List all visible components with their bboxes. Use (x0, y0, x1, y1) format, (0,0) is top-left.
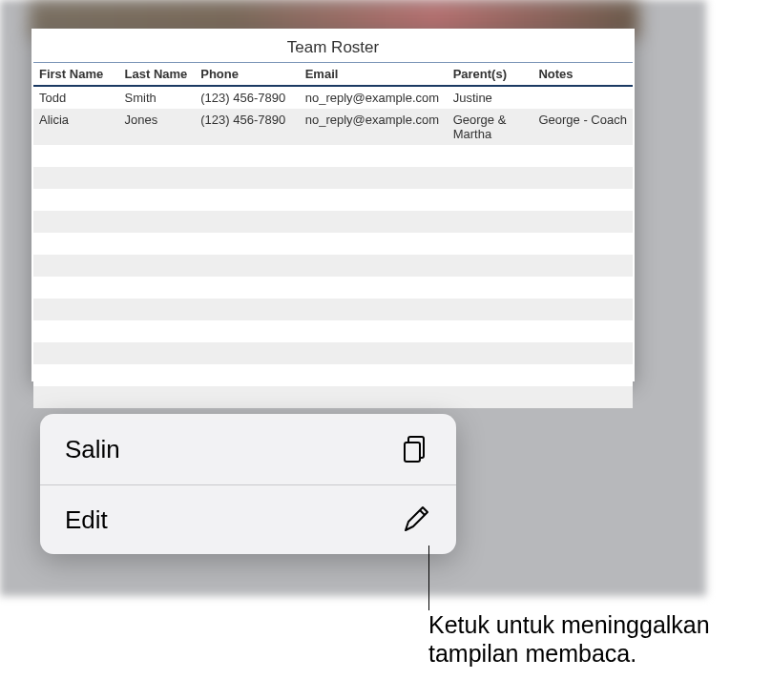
table-row-empty (33, 342, 633, 364)
pencil-icon (401, 504, 431, 535)
table-header-row: First Name Last Name Phone Email Parent(… (33, 63, 633, 87)
col-header: First Name (33, 63, 119, 87)
callout-text: Ketuk untuk meninggalkan tampilan membac… (428, 610, 772, 668)
table-cell (448, 277, 533, 299)
table-cell (33, 277, 119, 299)
table-row-empty (33, 277, 633, 299)
svg-rect-0 (405, 443, 420, 462)
table-cell (33, 233, 119, 255)
callout-leader-line (428, 546, 429, 610)
table-cell (448, 145, 533, 167)
table-cell: no_reply@example.com (300, 109, 448, 145)
table-row: AliciaJones(123) 456-7890no_reply@exampl… (33, 109, 633, 145)
table-cell: Alicia (33, 109, 119, 145)
table-cell (532, 277, 633, 299)
table-cell: George & Martha (448, 109, 533, 145)
table-row-empty (33, 255, 633, 277)
table-cell (195, 320, 299, 342)
table-cell (119, 145, 196, 167)
table-cell (119, 364, 196, 386)
table-cell (448, 364, 533, 386)
roster-table: First Name Last Name Phone Email Parent(… (33, 62, 633, 408)
table-cell (119, 167, 196, 189)
copy-icon (399, 433, 431, 465)
table-cell: no_reply@example.com (300, 86, 448, 109)
table-cell (532, 342, 633, 364)
table-cell (448, 189, 533, 211)
table-row-empty (33, 211, 633, 233)
table-cell (195, 233, 299, 255)
table-cell (532, 167, 633, 189)
table-row-empty (33, 189, 633, 211)
table-cell (119, 255, 196, 277)
table-cell (300, 364, 448, 386)
table-cell (300, 277, 448, 299)
table-cell (300, 189, 448, 211)
menu-item-copy[interactable]: Salin (40, 414, 456, 484)
table-row-empty (33, 386, 633, 408)
table-cell (532, 320, 633, 342)
table-cell: (123) 456-7890 (195, 109, 299, 145)
table-cell (532, 211, 633, 233)
menu-item-label: Edit (65, 505, 108, 535)
context-menu: Salin Edit (40, 414, 456, 554)
table-row-empty (33, 145, 633, 167)
table-cell (448, 320, 533, 342)
table-cell (300, 255, 448, 277)
table-cell (119, 189, 196, 211)
table-cell (448, 167, 533, 189)
table-cell (119, 386, 196, 408)
table-row-empty (33, 233, 633, 255)
table-row-empty (33, 320, 633, 342)
table-cell (119, 233, 196, 255)
table-row: ToddSmith(123) 456-7890no_reply@example.… (33, 86, 633, 109)
table-row-empty (33, 299, 633, 320)
table-cell (532, 145, 633, 167)
table-cell (195, 386, 299, 408)
table-cell (532, 299, 633, 320)
table-cell (300, 167, 448, 189)
table-cell (300, 386, 448, 408)
col-header: Email (300, 63, 448, 87)
sheet-title: Team Roster (31, 29, 635, 62)
table-cell: Jones (119, 109, 196, 145)
table-cell (195, 167, 299, 189)
table-cell: (123) 456-7890 (195, 86, 299, 109)
table-cell (300, 211, 448, 233)
table-cell (119, 320, 196, 342)
table-cell (195, 342, 299, 364)
table-cell: Justine (448, 86, 533, 109)
table-row-empty (33, 167, 633, 189)
col-header: Last Name (119, 63, 196, 87)
menu-item-edit[interactable]: Edit (40, 485, 456, 554)
table-body: ToddSmith(123) 456-7890no_reply@example.… (33, 86, 633, 408)
table-cell (448, 386, 533, 408)
table-cell (33, 167, 119, 189)
table-cell (532, 189, 633, 211)
table-cell: George - Coach (532, 109, 633, 145)
table-cell (300, 342, 448, 364)
table-cell (195, 364, 299, 386)
table-cell (33, 299, 119, 320)
table-cell (195, 189, 299, 211)
menu-item-label: Salin (65, 435, 120, 464)
table-cell (195, 145, 299, 167)
table-cell (532, 255, 633, 277)
table-cell (33, 255, 119, 277)
table-cell (119, 211, 196, 233)
table-cell (195, 255, 299, 277)
table-cell (532, 86, 633, 109)
table-cell: Smith (119, 86, 196, 109)
table-cell (33, 342, 119, 364)
table-cell (33, 145, 119, 167)
table-cell (33, 320, 119, 342)
table-cell (33, 211, 119, 233)
table-cell (33, 189, 119, 211)
spreadsheet-preview: Team Roster First Name Last Name Phone E… (31, 29, 635, 381)
table-cell: Todd (33, 86, 119, 109)
table-cell (195, 277, 299, 299)
table-cell (300, 320, 448, 342)
table-cell (33, 386, 119, 408)
table-cell (195, 211, 299, 233)
table-cell (300, 299, 448, 320)
